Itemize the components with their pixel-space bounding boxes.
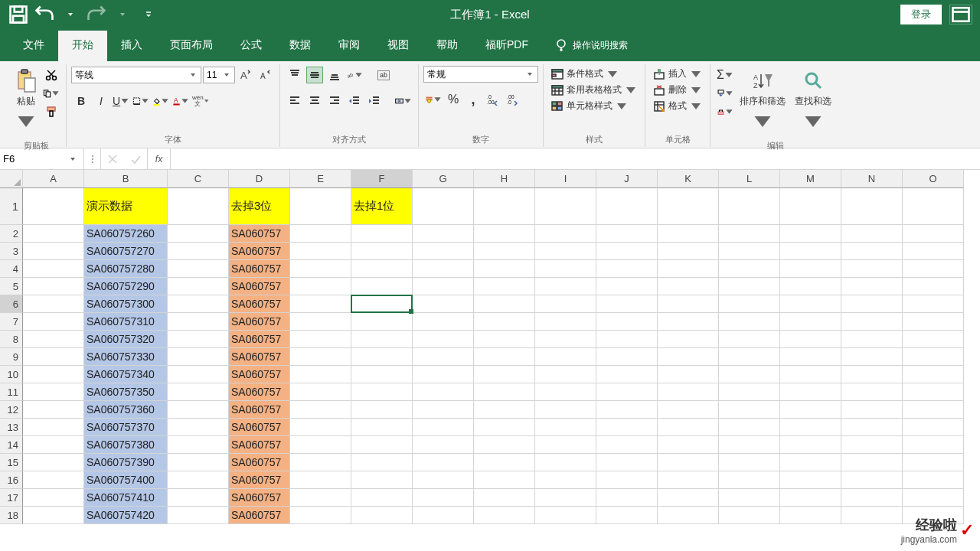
cell-E3[interactable]	[290, 243, 351, 260]
cell-M7[interactable]	[780, 313, 841, 331]
fill-button[interactable]	[717, 85, 733, 102]
cell-I16[interactable]	[535, 471, 596, 489]
cell-O11[interactable]	[903, 383, 964, 401]
cell-B14[interactable]: SA060757380	[84, 436, 168, 454]
cell-G18[interactable]	[413, 507, 474, 524]
phonetic-button[interactable]: wén文	[192, 93, 209, 109]
decrease-decimal-button[interactable]: .00.0	[505, 91, 521, 108]
column-header-I[interactable]: I	[535, 170, 596, 188]
cell-B7[interactable]: SA060757310	[84, 313, 168, 331]
italic-button[interactable]: I	[93, 93, 109, 109]
tab-data[interactable]: 数据	[276, 31, 325, 61]
cells-area[interactable]: 演示数据SA060757260SA060757270SA060757280SA0…	[23, 188, 964, 524]
cell-H16[interactable]	[474, 471, 535, 489]
column-header-N[interactable]: N	[841, 170, 903, 188]
cell-I4[interactable]	[535, 260, 596, 278]
cell-G9[interactable]	[413, 348, 474, 366]
row-header-2[interactable]: 2	[0, 225, 23, 243]
cell-K2[interactable]	[658, 225, 719, 243]
row-header-14[interactable]: 14	[0, 436, 23, 454]
cell-G12[interactable]	[413, 401, 474, 419]
cell-L5[interactable]	[719, 278, 780, 295]
column-header-O[interactable]: O	[903, 170, 964, 188]
cell-I17[interactable]	[535, 489, 596, 507]
cell-J1[interactable]	[596, 188, 658, 225]
cell-O9[interactable]	[903, 348, 964, 366]
cell-M1[interactable]	[780, 188, 841, 225]
cell-H14[interactable]	[474, 436, 535, 454]
cell-F15[interactable]	[351, 454, 413, 471]
cell-G17[interactable]	[413, 489, 474, 507]
increase-indent-button[interactable]	[366, 93, 383, 109]
cell-C14[interactable]	[168, 436, 229, 454]
cell-M4[interactable]	[780, 260, 841, 278]
cell-L16[interactable]	[719, 471, 780, 489]
formula-input[interactable]	[171, 148, 980, 169]
cell-K15[interactable]	[658, 454, 719, 471]
enter-formula-button[interactable]	[124, 154, 147, 165]
tab-layout[interactable]: 页面布局	[156, 31, 227, 61]
cell-D5[interactable]: SA060757	[229, 278, 290, 295]
cell-N4[interactable]	[841, 260, 903, 278]
cell-F13[interactable]	[351, 419, 413, 436]
cell-H7[interactable]	[474, 313, 535, 331]
cell-H5[interactable]	[474, 278, 535, 295]
cell-C18[interactable]	[168, 507, 229, 524]
cell-E1[interactable]	[290, 188, 351, 225]
cell-J14[interactable]	[596, 436, 658, 454]
cell-C5[interactable]	[168, 278, 229, 295]
cell-H15[interactable]	[474, 454, 535, 471]
cell-D7[interactable]: SA060757	[229, 313, 290, 331]
row-header-15[interactable]: 15	[0, 454, 23, 471]
cell-C7[interactable]	[168, 313, 229, 331]
cell-J10[interactable]	[596, 366, 658, 383]
cell-H1[interactable]	[474, 188, 535, 225]
redo-button[interactable]	[86, 5, 107, 24]
cell-M3[interactable]	[780, 243, 841, 260]
cell-I3[interactable]	[535, 243, 596, 260]
column-header-G[interactable]: G	[413, 170, 474, 188]
cell-L12[interactable]	[719, 401, 780, 419]
column-header-H[interactable]: H	[474, 170, 535, 188]
cell-B18[interactable]: SA060757420	[84, 507, 168, 524]
cell-E12[interactable]	[290, 401, 351, 419]
accounting-button[interactable]	[425, 91, 442, 108]
cell-A2[interactable]	[23, 225, 84, 243]
cell-G8[interactable]	[413, 331, 474, 348]
cell-A8[interactable]	[23, 331, 84, 348]
cell-C16[interactable]	[168, 471, 229, 489]
decrease-indent-button[interactable]	[346, 93, 363, 109]
cell-K17[interactable]	[658, 489, 719, 507]
tell-me-search[interactable]: 操作说明搜索	[554, 38, 628, 61]
wrap-text-button[interactable]: ab	[375, 67, 392, 83]
paste-button[interactable]: 粘贴	[11, 66, 41, 137]
cell-G6[interactable]	[413, 295, 474, 313]
cell-E16[interactable]	[290, 471, 351, 489]
cell-E17[interactable]	[290, 489, 351, 507]
cell-O5[interactable]	[903, 278, 964, 295]
cell-L11[interactable]	[719, 383, 780, 401]
comma-button[interactable]: ,	[465, 91, 482, 108]
cell-E5[interactable]	[290, 278, 351, 295]
percent-button[interactable]: %	[445, 91, 462, 108]
increase-decimal-button[interactable]: .0.00	[485, 91, 501, 108]
cell-A12[interactable]	[23, 401, 84, 419]
cell-D3[interactable]: SA060757	[229, 243, 290, 260]
cell-N2[interactable]	[841, 225, 903, 243]
cell-L17[interactable]	[719, 489, 780, 507]
bold-button[interactable]: B	[73, 93, 90, 109]
cell-F3[interactable]	[351, 243, 413, 260]
cell-J2[interactable]	[596, 225, 658, 243]
cell-F10[interactable]	[351, 366, 413, 383]
cell-J17[interactable]	[596, 489, 658, 507]
cell-I5[interactable]	[535, 278, 596, 295]
tab-review[interactable]: 审阅	[325, 31, 374, 61]
cell-N12[interactable]	[841, 401, 903, 419]
merge-button[interactable]	[395, 93, 412, 109]
cell-A18[interactable]	[23, 507, 84, 524]
cell-D4[interactable]: SA060757	[229, 260, 290, 278]
row-header-17[interactable]: 17	[0, 489, 23, 507]
cell-B13[interactable]: SA060757370	[84, 419, 168, 436]
cell-G4[interactable]	[413, 260, 474, 278]
row-header-7[interactable]: 7	[0, 313, 23, 331]
